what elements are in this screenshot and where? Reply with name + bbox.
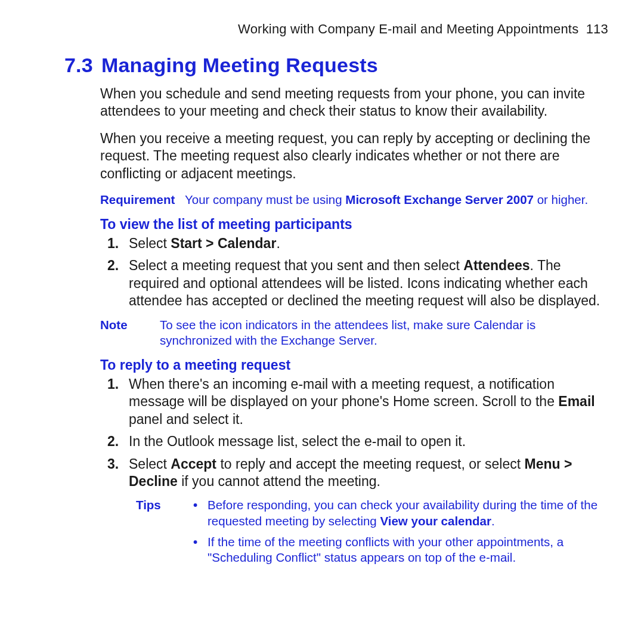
note-text: To see the icon indicators in the attend…: [160, 317, 611, 349]
tips-list: Before responding, you can check your av…: [190, 497, 611, 571]
requirement-callout: Requirement Your company must be using M…: [100, 192, 611, 208]
requirement-label: Requirement: [100, 192, 185, 208]
intro-paragraph-1: When you schedule and send meeting reque…: [100, 85, 611, 120]
subhead-reply-request: To reply to a meeting request: [100, 357, 611, 373]
list-item: Select a meeting request that you sent a…: [100, 257, 611, 309]
list-item: Select Start > Calendar.: [100, 235, 611, 252]
running-title: Working with Company E-mail and Meeting …: [238, 21, 578, 36]
section-number: 7.3: [64, 54, 93, 76]
list-item: Before responding, you can check your av…: [190, 497, 611, 529]
section-heading: 7.3Managing Meeting Requests: [64, 54, 611, 77]
steps-reply-request: When there's an incoming e-mail with a m…: [100, 376, 611, 491]
list-item: If the time of the meeting conflicts wit…: [190, 534, 611, 566]
page-number: 113: [586, 21, 608, 36]
list-item: In the Outlook message list, select the …: [100, 433, 611, 450]
section-title-text: Managing Meeting Requests: [101, 54, 378, 76]
tips-callout: Tips Before responding, you can check yo…: [136, 497, 611, 571]
steps-view-participants: Select Start > Calendar. Select a meetin…: [100, 235, 611, 310]
list-item: Select Accept to reply and accept the me…: [100, 456, 611, 491]
requirement-text: Your company must be using Microsoft Exc…: [185, 192, 611, 208]
document-page: Working with Company E-mail and Meeting …: [0, 0, 644, 644]
running-header: Working with Company E-mail and Meeting …: [64, 21, 611, 37]
subhead-view-participants: To view the list of meeting participants: [100, 216, 611, 233]
tips-label: Tips: [136, 497, 190, 571]
note-callout: Note To see the icon indicators in the a…: [100, 317, 611, 349]
note-label: Note: [100, 317, 160, 349]
list-item: When there's an incoming e-mail with a m…: [100, 376, 611, 428]
intro-paragraph-2: When you receive a meeting request, you …: [100, 130, 611, 182]
